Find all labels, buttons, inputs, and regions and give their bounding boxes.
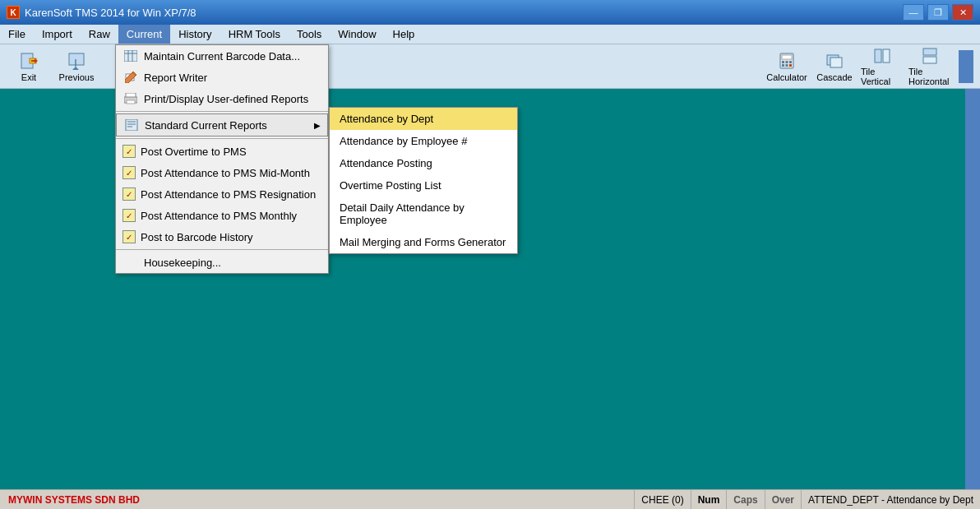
cascade-label: Cascade xyxy=(816,72,852,82)
maximize-button[interactable]: ❐ xyxy=(927,4,949,21)
menu-item-hrm-tools[interactable]: HRM Tools xyxy=(220,25,289,44)
minimize-button[interactable]: — xyxy=(903,4,924,21)
exit-icon xyxy=(19,51,39,71)
attendance-posting-item[interactable]: Attendance Posting xyxy=(330,152,517,174)
previous-icon xyxy=(67,51,86,71)
svg-rect-4 xyxy=(69,53,84,65)
tile-vertical-button[interactable]: Tile Vertical xyxy=(860,48,904,86)
dropdown-sep-3 xyxy=(116,249,328,250)
dropdown-sep-1 xyxy=(116,111,328,112)
svg-rect-25 xyxy=(124,50,137,62)
tile-vertical-icon xyxy=(872,47,892,65)
menu-item-file[interactable]: File xyxy=(0,25,34,44)
post-attendance-mid-check: ✓ xyxy=(122,166,136,179)
title-text: KarenSoft TMS 2014 for Win XP/7/8 xyxy=(25,7,196,19)
status-numlock: Num xyxy=(691,490,727,510)
svg-rect-21 xyxy=(875,49,881,62)
svg-rect-15 xyxy=(789,61,792,63)
attendance-emp-item[interactable]: Attendance by Employee # xyxy=(330,130,517,152)
svg-rect-16 xyxy=(782,64,784,67)
svg-rect-13 xyxy=(782,61,784,63)
title-bar: K KarenSoft TMS 2014 for Win XP/7/8 — ❐ … xyxy=(0,0,980,25)
close-button[interactable]: ✕ xyxy=(952,4,973,21)
post-barcode-check: ✓ xyxy=(122,230,136,243)
post-attendance-mid-item[interactable]: ✓ Post Attendance to PMS Mid-Month xyxy=(116,162,328,183)
tile-horizontal-label: Tile Horizontal xyxy=(908,67,951,86)
toolbar-right-strip xyxy=(959,50,973,83)
previous-label: Previous xyxy=(59,72,95,82)
tile-horizontal-icon xyxy=(920,47,940,65)
tile-horizontal-button[interactable]: Tile Horizontal xyxy=(908,48,952,86)
svg-rect-23 xyxy=(923,49,936,55)
mail-merging-item[interactable]: Mail Merging and Forms Generator xyxy=(330,231,517,253)
standard-reports-submenu: Attendance by Dept Attendance by Employe… xyxy=(329,107,518,254)
menu-item-tools[interactable]: Tools xyxy=(289,25,330,44)
window-controls: — ❐ ✕ xyxy=(903,4,973,21)
report-writer-item[interactable]: Report Writer xyxy=(116,67,328,88)
menu-item-window[interactable]: Window xyxy=(330,25,384,44)
status-info: ATTEND_DEPT - Attendance by Dept xyxy=(801,490,980,510)
print-icon xyxy=(122,92,139,105)
svg-rect-12 xyxy=(782,55,792,59)
reports-icon xyxy=(123,118,140,132)
calculator-label: Calculator xyxy=(766,72,807,82)
pencil-icon xyxy=(122,71,139,84)
svg-rect-35 xyxy=(126,119,137,131)
status-overwrite: Over xyxy=(765,490,801,510)
menu-item-help[interactable]: Help xyxy=(385,25,423,44)
housekeeping-spacer xyxy=(122,256,139,269)
svg-rect-20 xyxy=(830,58,842,67)
calculator-icon xyxy=(777,51,797,71)
print-user-item[interactable]: Print/Display User-defined Reports xyxy=(116,88,328,109)
svg-rect-24 xyxy=(923,57,936,63)
post-attendance-res-item[interactable]: ✓ Post Attendance to PMS Resignation xyxy=(116,183,328,205)
status-company: MYWIN SYSTEMS SDN BHD xyxy=(0,494,634,506)
menu-item-history[interactable]: History xyxy=(170,25,220,44)
post-attendance-monthly-check: ✓ xyxy=(122,209,136,222)
app-icon: K xyxy=(7,6,20,19)
status-user: CHEE (0) xyxy=(634,490,690,510)
calculator-button[interactable]: Calculator xyxy=(765,48,809,86)
svg-rect-34 xyxy=(127,100,135,104)
right-strip xyxy=(965,89,980,489)
post-overtime-item[interactable]: ✓ Post Overtime to PMS xyxy=(116,141,328,162)
housekeeping-item[interactable]: Housekeeping... xyxy=(116,252,328,273)
svg-rect-18 xyxy=(789,64,792,67)
dropdown-sep-2 xyxy=(116,138,328,139)
menu-item-current[interactable]: Current xyxy=(118,25,170,44)
exit-label: Exit xyxy=(21,72,36,82)
status-bar: MYWIN SYSTEMS SDN BHD CHEE (0) Num Caps … xyxy=(0,489,980,509)
maintain-barcode-item[interactable]: Maintain Current Barcode Data... xyxy=(116,45,328,67)
toolbar-right: Calculator Cascade Tile Vertical xyxy=(765,48,952,86)
svg-rect-17 xyxy=(786,64,788,67)
previous-button[interactable]: Previous xyxy=(54,48,99,86)
cascade-button[interactable]: Cascade xyxy=(812,48,857,86)
submenu-arrow: ▶ xyxy=(314,121,321,130)
standard-reports-item[interactable]: Standard Current Reports ▶ xyxy=(116,113,328,137)
post-overtime-check: ✓ xyxy=(122,145,136,158)
post-barcode-item[interactable]: ✓ Post to Barcode History xyxy=(116,226,328,248)
attendance-dept-item[interactable]: Attendance by Dept xyxy=(330,108,517,130)
menu-item-raw[interactable]: Raw xyxy=(81,25,118,44)
status-right: CHEE (0) Num Caps Over ATTEND_DEPT - Att… xyxy=(634,490,980,510)
tile-vertical-label: Tile Vertical xyxy=(861,67,904,86)
svg-marker-5 xyxy=(72,67,79,70)
menu-item-import[interactable]: Import xyxy=(34,25,81,44)
table-icon xyxy=(122,49,139,62)
current-dropdown: Maintain Current Barcode Data... Report … xyxy=(115,44,329,274)
svg-rect-22 xyxy=(883,49,890,62)
post-attendance-monthly-item[interactable]: ✓ Post Attendance to PMS Monthly xyxy=(116,205,328,226)
post-attendance-res-check: ✓ xyxy=(122,187,136,201)
svg-rect-14 xyxy=(786,61,788,63)
exit-button[interactable]: Exit xyxy=(7,48,51,86)
title-bar-left: K KarenSoft TMS 2014 for Win XP/7/8 xyxy=(7,6,196,19)
menu-bar: File Import Raw Current History HRM Tool… xyxy=(0,25,980,44)
cascade-icon xyxy=(825,51,844,71)
status-capslock: Caps xyxy=(726,490,764,510)
overtime-posting-item[interactable]: Overtime Posting List xyxy=(330,174,517,197)
detail-daily-item[interactable]: Detail Daily Attendance by Employee xyxy=(330,197,517,231)
